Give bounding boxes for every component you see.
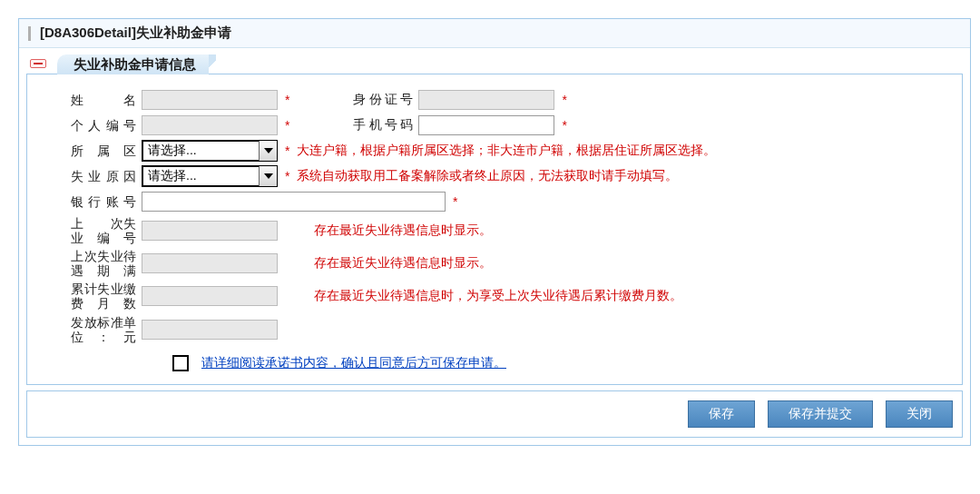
phone-input[interactable] — [418, 115, 554, 135]
page-title: [D8A306Detail]失业补助金申请 — [40, 25, 231, 42]
window: [D8A306Detail]失业补助金申请 失业补助金申请信息 姓 名 * 身份… — [18, 18, 971, 446]
title-accent — [28, 26, 31, 41]
reason-hint: 系统自动获取用工备案解除或者终止原因，无法获取时请手动填写。 — [297, 168, 678, 184]
required-star: * — [562, 118, 566, 133]
accum-months-input — [142, 286, 278, 306]
name-input[interactable] — [142, 90, 278, 110]
person-no-input[interactable] — [142, 115, 278, 135]
label-id-no: 身份证号 — [353, 92, 418, 108]
required-star: * — [285, 93, 289, 107]
save-button[interactable]: 保存 — [688, 400, 755, 428]
required-star: * — [562, 93, 566, 107]
id-no-input[interactable] — [418, 90, 554, 110]
required-star: * — [285, 143, 289, 158]
label-phone: 手机号码 — [353, 117, 418, 133]
district-select[interactable]: 请选择... — [142, 140, 278, 162]
last-unemp-no-hint: 存在最近失业待遇信息时显示。 — [314, 222, 492, 239]
form-panel: 姓 名 * 身份证号 * 个人编号 * 手机号码 * 所 属 区 请选择... … — [26, 74, 963, 385]
pay-std-input — [142, 320, 278, 340]
district-hint: 大连户籍，根据户籍所属区选择；非大连市户籍，根据居住证所属区选择。 — [297, 143, 716, 159]
label-district: 所 属 区 — [71, 143, 142, 158]
save-submit-button[interactable]: 保存并提交 — [768, 400, 873, 428]
label-last-unemp-no: 上 次失业编号 — [71, 216, 142, 245]
commitment-link[interactable]: 请详细阅读承诺书内容，确认且同意后方可保存申请。 — [201, 355, 506, 371]
collapse-icon[interactable] — [30, 59, 46, 68]
label-pay-std: 发放标准单位：元 — [71, 315, 142, 344]
label-last-unemp-end: 上次失业待遇期满 — [71, 249, 142, 278]
agree-checkbox[interactable] — [172, 355, 189, 371]
button-bar: 保存 保存并提交 关闭 — [26, 390, 963, 438]
last-unemp-end-hint: 存在最近失业待遇信息时显示。 — [314, 255, 492, 272]
reason-select[interactable]: 请选择... — [142, 165, 278, 187]
bank-input[interactable] — [142, 192, 446, 212]
required-star: * — [453, 194, 457, 209]
close-button[interactable]: 关闭 — [886, 400, 953, 428]
chevron-down-icon — [259, 166, 277, 186]
chevron-down-icon — [259, 141, 277, 161]
district-select-value: 请选择... — [148, 143, 197, 159]
required-star: * — [285, 169, 289, 183]
label-name: 姓 名 — [71, 93, 142, 107]
accum-months-hint: 存在最近失业待遇信息时，为享受上次失业待遇后累计缴费月数。 — [314, 288, 682, 304]
reason-select-value: 请选择... — [148, 168, 197, 184]
label-bank: 银行账号 — [71, 194, 142, 209]
section-title: 失业补助金申请信息 — [74, 56, 196, 72]
title-bar: [D8A306Detail]失业补助金申请 — [19, 19, 970, 48]
last-unemp-end-input — [142, 253, 278, 273]
label-person-no: 个人编号 — [71, 118, 142, 133]
required-star: * — [285, 118, 289, 133]
last-unemp-no-input — [142, 221, 278, 241]
label-reason: 失业原因 — [71, 169, 142, 183]
label-accum-months: 累计失业缴费月数 — [71, 282, 142, 311]
section-header: 失业补助金申请信息 — [26, 54, 970, 74]
